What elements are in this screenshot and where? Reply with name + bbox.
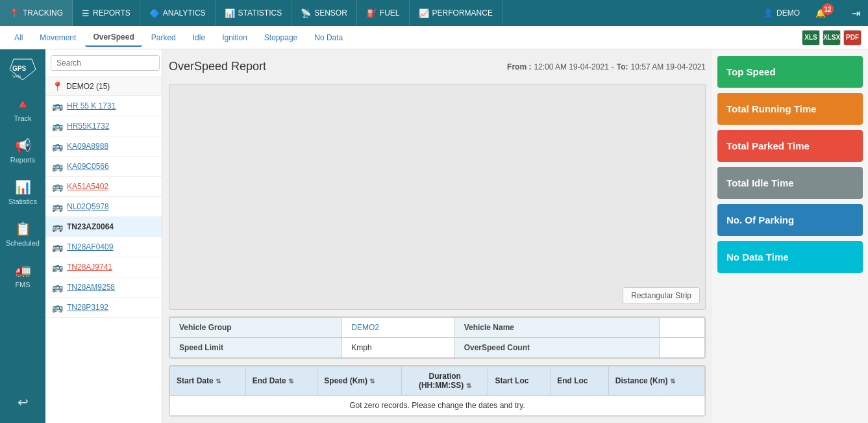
logout-button[interactable]: ⇥ <box>844 0 868 26</box>
stat-card-total-running[interactable]: Total Running Time <box>717 93 863 125</box>
list-item[interactable]: 🚌 TN28P3192 <box>45 298 162 318</box>
tab-nodata[interactable]: No Data <box>306 29 351 46</box>
fms-icon: 🚛 <box>15 263 31 278</box>
sidebar-reports-label: Reports <box>10 156 36 164</box>
table-row: Got zero records. Please change the date… <box>170 396 705 416</box>
vehicle-plate[interactable]: KA09A8988 <box>67 142 108 151</box>
from-date: 12:00 AM 19-04-2021 <box>534 62 608 71</box>
svg-text:GPS: GPS <box>12 65 26 72</box>
notification-count: 12 <box>822 3 834 15</box>
tab-ignition[interactable]: Ignition <box>214 29 255 46</box>
vehicle-icon: 🚌 <box>52 141 63 151</box>
stat-top-speed-label: Top Speed <box>726 66 776 77</box>
overspeed-count-label: OverSpeed Count <box>454 338 659 358</box>
group-header: 📍 DEMO2 (15) <box>45 77 162 96</box>
vehicle-icon: 🚌 <box>52 201 63 212</box>
content-area: OverSpeed Report From : 12:00 AM 19-04-2… <box>162 49 712 423</box>
tab-overspeed[interactable]: OverSpeed <box>85 29 142 47</box>
data-table-section: Start Date ⇅ End Date ⇅ Speed (Km) ⇅ <box>169 365 706 417</box>
col-speed[interactable]: Speed (Km) ⇅ <box>317 366 402 396</box>
date-range: From : 12:00 AM 19-04-2021 - To: 10:57 A… <box>507 62 706 71</box>
sidebar-item-fms[interactable]: 🚛 FMS <box>0 255 45 296</box>
tab-stoppage[interactable]: Stoppage <box>256 29 305 46</box>
date-dash: - <box>612 62 614 71</box>
nav-fuel-label: FUEL <box>380 8 400 18</box>
nav-analytics[interactable]: 🔷 ANALYTICS <box>140 0 216 26</box>
col-start-date[interactable]: Start Date ⇅ <box>170 366 246 396</box>
export-xls[interactable]: XLS <box>802 30 820 45</box>
nav-tracking[interactable]: 📍 TRACKING <box>0 0 73 26</box>
stat-card-top-speed[interactable]: Top Speed <box>717 56 863 88</box>
vehicle-plate[interactable]: NL02Q5978 <box>67 202 109 211</box>
col-distance[interactable]: Distance (Km) ⇅ <box>608 366 704 396</box>
nav-performance[interactable]: 📈 PERFORMANCE <box>410 0 502 26</box>
sidebar-logout-icon: ↩ <box>18 394 29 410</box>
sidebar-item-track[interactable]: 🔺 Track <box>0 88 45 130</box>
stat-card-no-data-time[interactable]: No Data Time <box>717 241 863 273</box>
list-item[interactable]: 🚌 TN28AF0409 <box>45 237 162 257</box>
list-item[interactable]: 🚌 HR 55 K 1731 <box>45 96 162 116</box>
tab-idle[interactable]: Idle <box>185 29 213 46</box>
overspeed-count-value <box>659 338 704 358</box>
sort-icon: ⇅ <box>216 378 221 385</box>
vehicle-plate[interactable]: TN28P3192 <box>67 303 108 312</box>
group-label: DEMO2 (15) <box>66 82 110 91</box>
nav-right: 👤 DEMO 🔔 12 ⇥ <box>754 0 868 26</box>
tab-all[interactable]: All <box>6 29 31 46</box>
vehicle-plate[interactable]: HR55K1732 <box>67 122 109 131</box>
vehicle-plate[interactable]: KA51A5402 <box>67 182 108 191</box>
vehicle-group-label: Vehicle Group <box>170 318 342 338</box>
notification-button[interactable]: 🔔 12 <box>809 0 844 26</box>
performance-icon: 📈 <box>419 8 429 18</box>
list-item[interactable]: 🚌 KA51A5402 <box>45 177 162 197</box>
sidebar-logout[interactable]: ↩ <box>0 387 45 423</box>
list-item[interactable]: 🚌 KA09C0566 <box>45 157 162 177</box>
nav-statistics[interactable]: 📊 STATISTICS <box>216 0 292 26</box>
user-menu[interactable]: 👤 DEMO <box>754 0 809 26</box>
search-input[interactable] <box>51 55 160 71</box>
list-item[interactable]: 🚌 HR55K1732 <box>45 116 162 136</box>
stat-card-total-idle[interactable]: Total Idle Time <box>717 167 863 199</box>
vehicle-plate[interactable]: TN23AZ0064 <box>67 222 114 231</box>
nav-fuel[interactable]: ⛽ FUEL <box>357 0 410 26</box>
export-pdf[interactable]: PDF <box>843 30 862 45</box>
nav-sensor-label: SENSOR <box>314 8 347 18</box>
nav-sensor[interactable]: 📡 SENSOR <box>291 0 357 26</box>
list-item[interactable]: 🚌 KA09A8988 <box>45 136 162 157</box>
list-item[interactable]: 🚌 TN28AM9258 <box>45 277 162 298</box>
vehicle-icon: 🚌 <box>52 101 63 111</box>
logo: GPS V▪S <box>6 56 39 82</box>
scheduled-icon: 📋 <box>15 221 31 237</box>
stat-card-no-of-parking[interactable]: No. Of Parking <box>717 204 863 236</box>
export-xlsx[interactable]: XLSX <box>823 30 841 45</box>
stat-card-total-parked[interactable]: Total Parked Time <box>717 130 863 162</box>
vehicle-panel: 🔍 📍 DEMO2 (15) 🚌 HR 55 K 1731 🚌 HR55K173… <box>45 49 162 423</box>
vehicle-plate[interactable]: KA09C0566 <box>67 162 109 171</box>
col-end-date[interactable]: End Date ⇅ <box>245 366 317 396</box>
tab-movement[interactable]: Movement <box>32 29 84 46</box>
list-item[interactable]: 🚌 TN23AZ0064 <box>45 217 162 237</box>
rectangular-strip-button[interactable]: Rectangular Strip <box>623 287 700 304</box>
vehicle-plate[interactable]: TN28AF0409 <box>67 242 113 251</box>
col-end-loc: End Loc <box>551 366 609 396</box>
vehicle-name-label: Vehicle Name <box>454 318 659 338</box>
vehicle-plate[interactable]: HR 55 K 1731 <box>67 101 116 110</box>
speed-limit-label: Speed Limit <box>170 338 342 358</box>
list-item[interactable]: 🚌 NL02Q5978 <box>45 197 162 217</box>
nav-reports[interactable]: ☰ REPORTS <box>73 0 140 26</box>
map-area: Rectangular Strip <box>169 84 706 310</box>
vehicle-plate[interactable]: TN28AM9258 <box>67 283 115 292</box>
sort-icon: ⇅ <box>288 378 293 385</box>
tab-parked[interactable]: Parked <box>143 29 184 46</box>
sensor-icon: 📡 <box>301 8 311 18</box>
col-duration[interactable]: Duration(HH:MM:SS) ⇅ <box>402 366 488 396</box>
stat-total-parked-label: Total Parked Time <box>726 140 810 151</box>
sidebar-item-scheduled[interactable]: 📋 Scheduled <box>0 213 45 255</box>
vehicle-plate[interactable]: TN28AJ9741 <box>67 263 112 272</box>
sidebar-item-reports[interactable]: 📢 Reports <box>0 130 45 172</box>
list-item[interactable]: 🚌 TN28AJ9741 <box>45 257 162 277</box>
sidebar-statistics-label: Statistics <box>8 198 37 205</box>
pin-icon: 📍 <box>52 81 63 92</box>
tracking-icon: 📍 <box>9 8 19 18</box>
sidebar-item-statistics[interactable]: 📊 Statistics <box>0 172 45 213</box>
